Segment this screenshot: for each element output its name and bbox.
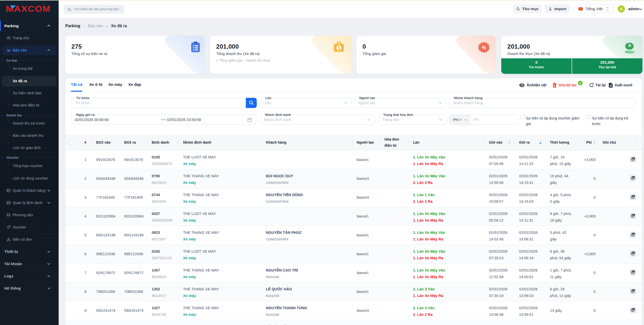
svg-text:$: $ bbox=[338, 46, 340, 50]
svg-text:%: % bbox=[482, 45, 486, 50]
